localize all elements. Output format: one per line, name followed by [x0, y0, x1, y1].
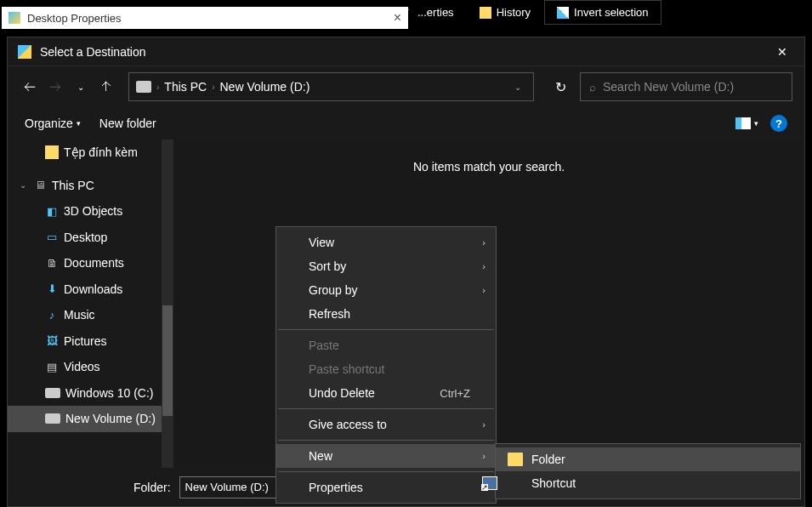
pc-icon: 🖥: [33, 179, 47, 192]
invert-icon: [557, 7, 569, 19]
scrollbar[interactable]: [162, 140, 173, 506]
help-button[interactable]: ?: [770, 115, 787, 132]
desktop-properties-window: Desktop Properties ×: [2, 7, 408, 29]
tree-item-c-drive[interactable]: Windows 10 (C:): [8, 380, 173, 407]
forward-button[interactable]: 🡢: [45, 77, 65, 97]
tree-item-downloads[interactable]: ⬇ Downloads: [8, 276, 173, 303]
folder-icon: [508, 453, 523, 466]
recent-dropdown[interactable]: ⌄: [71, 77, 91, 97]
submenu-folder[interactable]: Folder: [496, 447, 800, 471]
menu-new[interactable]: New ›: [276, 444, 496, 468]
shortcut-icon: [482, 476, 497, 490]
window-title: Desktop Properties: [27, 12, 122, 25]
chevron-right-icon: ›: [482, 237, 485, 248]
menu-refresh[interactable]: Refresh: [276, 302, 496, 326]
tree-item-desktop[interactable]: ▭ Desktop: [8, 225, 173, 251]
tree-item-attachments[interactable]: Tệp đính kèm: [8, 140, 173, 166]
menu-group-by[interactable]: Group by ›: [276, 278, 496, 302]
back-button[interactable]: 🡠: [20, 77, 40, 97]
scrollbar-thumb[interactable]: [162, 305, 173, 416]
chevron-right-icon: ›: [156, 83, 159, 92]
menu-sort-by[interactable]: Sort by ›: [276, 254, 496, 278]
history-icon: [480, 7, 491, 19]
drive-icon: [136, 81, 151, 93]
address-bar[interactable]: › This PC › New Volume (D:) ⌄: [128, 72, 534, 101]
tree-item-videos[interactable]: ▤ Videos: [8, 354, 173, 380]
ribbon-bar: ✓ ...erties History Invert selection: [387, 0, 662, 25]
new-submenu: Folder Shortcut: [495, 443, 801, 499]
menu-paste-shortcut: Paste shortcut: [276, 357, 496, 381]
chevron-right-icon: ›: [482, 419, 485, 430]
ribbon-history[interactable]: History: [468, 0, 542, 25]
empty-message: No items match your search.: [173, 140, 804, 174]
menu-separator: [278, 329, 494, 330]
menu-give-access[interactable]: Give access to ›: [276, 413, 496, 436]
menu-view[interactable]: View ›: [276, 231, 496, 254]
dialog-icon: [18, 45, 31, 59]
menu-separator: [278, 440, 494, 441]
menu-paste: Paste: [276, 333, 496, 357]
dialog-title: Select a Destination: [40, 45, 146, 59]
folder-icon: [9, 12, 20, 24]
refresh-button[interactable]: ↻: [546, 72, 575, 101]
folder-name-input[interactable]: [179, 476, 280, 498]
address-dropdown[interactable]: ⌄: [509, 83, 526, 92]
close-icon[interactable]: ×: [394, 10, 401, 26]
breadcrumb-new-volume[interactable]: New Volume (D:): [219, 80, 309, 94]
close-button[interactable]: ✕: [770, 42, 794, 62]
search-input[interactable]: ⌕ Search New Volume (D:): [580, 72, 792, 101]
folder-icon: [45, 145, 59, 159]
chevron-right-icon: ›: [212, 83, 214, 92]
search-icon: ⌕: [589, 81, 596, 94]
submenu-shortcut[interactable]: Shortcut: [496, 471, 800, 495]
titlebar: Select a Destination ✕: [8, 37, 804, 66]
drive-icon: [45, 413, 60, 424]
desktop-icon: ▭: [45, 231, 59, 244]
tree-item-d-drive[interactable]: New Volume (D:): [8, 406, 173, 432]
new-folder-button[interactable]: New folder: [99, 117, 156, 130]
chevron-right-icon: ›: [482, 261, 485, 271]
chevron-down-icon[interactable]: ⌄: [20, 180, 26, 190]
up-button[interactable]: 🡡: [96, 77, 116, 97]
menu-separator: [278, 471, 494, 472]
search-placeholder: Search New Volume (D:): [603, 80, 734, 94]
view-icon: [735, 117, 751, 129]
menu-properties[interactable]: Properties: [276, 476, 496, 499]
navigation-tree: Tệp đính kèm ⌄ 🖥 This PC ◧ 3D Objects ▭ …: [8, 140, 173, 506]
menu-separator: [278, 408, 494, 409]
dropdown-icon: ▾: [754, 119, 758, 128]
ribbon-invert-selection[interactable]: Invert selection: [544, 0, 661, 25]
drive-icon: [45, 388, 60, 398]
folder-label: Folder:: [133, 481, 171, 494]
breadcrumb-this-pc[interactable]: This PC: [164, 80, 207, 94]
view-options-button[interactable]: ▾: [735, 117, 758, 129]
music-icon: ♪: [45, 308, 59, 322]
pictures-icon: 🖼: [45, 334, 59, 348]
chevron-right-icon: ›: [482, 285, 485, 295]
keyboard-shortcut: Ctrl+Z: [440, 387, 470, 400]
tree-item-documents[interactable]: 🗎 Documents: [8, 250, 173, 276]
navigation-bar: 🡠 🡢 ⌄ 🡡 › This PC › New Volume (D:) ⌄ ↻ …: [8, 66, 804, 107]
toolbar: Organize ▾ New folder ▾ ?: [8, 107, 804, 140]
documents-icon: 🗎: [45, 256, 59, 270]
chevron-right-icon: ›: [482, 451, 485, 461]
downloads-icon: ⬇: [45, 282, 59, 296]
menu-undo-delete[interactable]: Undo Delete Ctrl+Z: [276, 381, 496, 405]
tree-item-this-pc[interactable]: ⌄ 🖥 This PC: [8, 173, 173, 199]
organize-button[interactable]: Organize ▾: [25, 117, 81, 130]
dropdown-icon: ▾: [77, 119, 81, 128]
context-menu: View › Sort by › Group by › Refresh Past…: [275, 226, 497, 504]
3d-icon: ◧: [45, 204, 59, 218]
tree-item-pictures[interactable]: 🖼 Pictures: [8, 328, 173, 355]
videos-icon: ▤: [45, 360, 59, 373]
tree-item-music[interactable]: ♪ Music: [8, 302, 173, 328]
tree-item-3d-objects[interactable]: ◧ 3D Objects: [8, 198, 173, 225]
